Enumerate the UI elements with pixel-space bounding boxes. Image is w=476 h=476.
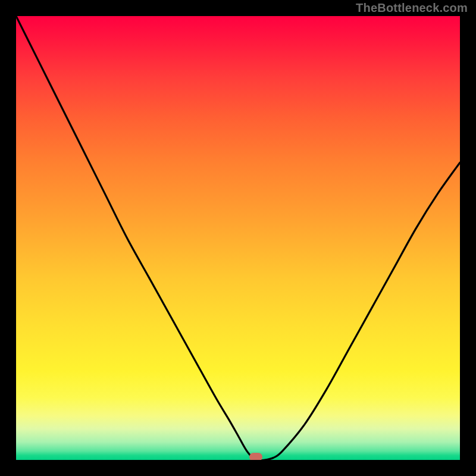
bottleneck-curve — [16, 16, 460, 460]
chart-frame: TheBottleneck.com — [0, 0, 476, 476]
plot-area — [16, 16, 460, 460]
watermark-text: TheBottleneck.com — [356, 1, 468, 15]
optimal-point-marker — [249, 453, 262, 460]
